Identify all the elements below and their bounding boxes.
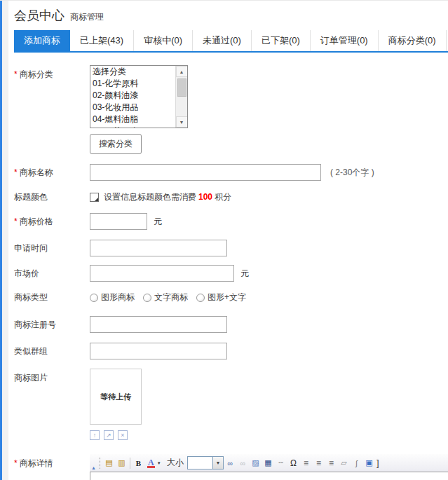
required-marker: * xyxy=(14,458,18,468)
image-upload-actions: ↑ ↗ × xyxy=(90,430,142,440)
font-size-label: 大小 xyxy=(167,457,184,469)
tab-in-review[interactable]: 审核中(0) xyxy=(134,30,193,51)
radio-icon[interactable] xyxy=(196,294,205,302)
tab-rejected[interactable]: 未通过(0) xyxy=(193,30,252,51)
align-right-icon[interactable]: ≡ xyxy=(325,457,337,469)
detail-label: *商标详情 xyxy=(14,454,90,469)
upload-icon[interactable]: ↑ xyxy=(90,430,100,440)
row-market-price: 市场价 元 xyxy=(14,265,448,282)
page-header: 会员中心 商标管理 xyxy=(14,1,448,24)
category-option[interactable]: 02-颜料油漆 xyxy=(90,90,175,102)
media-icon[interactable]: ▦ xyxy=(262,457,274,469)
price-input[interactable] xyxy=(90,213,147,230)
name-label: *商标名称 xyxy=(14,167,90,179)
align-center-icon[interactable]: ≡ xyxy=(313,457,325,469)
row-type: 商标类型 图形商标 文字商标 图形+文字 xyxy=(14,292,448,303)
row-detail: *商标详情 ▲ ▤ ▥ B A ▾ 大小 ▼ ∞ ∞ ▨ ▦ ╌ xyxy=(14,454,448,480)
font-color-caret-icon[interactable]: ▾ xyxy=(158,460,163,466)
type-label: 商标类型 xyxy=(14,292,90,303)
member-center-panel: 会员中心 商标管理 添加商标 已上架(43) 审核中(0) 未通过(0) 已下架… xyxy=(8,1,448,480)
tab-listed[interactable]: 已上架(43) xyxy=(70,30,134,51)
image-icon[interactable]: ▨ xyxy=(250,457,262,469)
toolbar-end-bracket: ] xyxy=(376,458,379,468)
reg-number-label: 商标注册号 xyxy=(14,319,90,331)
market-price-input[interactable] xyxy=(90,265,234,282)
image-label: 商标图片 xyxy=(14,369,90,384)
title-color-checkbox[interactable] xyxy=(90,193,99,202)
price-label: *商标价格 xyxy=(14,216,90,228)
toolbar-collapse-icon[interactable]: ▲ xyxy=(91,465,96,472)
row-similar-group: 类似群组 xyxy=(14,343,448,359)
paste-icon[interactable]: ▤ xyxy=(103,457,115,469)
row-price: *商标价格 元 xyxy=(14,213,448,230)
row-title-color: 标题颜色 设置信息标题颜色需消费100积分 xyxy=(14,191,448,203)
similar-group-input[interactable] xyxy=(90,343,227,359)
market-price-unit: 元 xyxy=(240,268,249,280)
category-label: *商标分类 xyxy=(14,65,90,81)
reg-number-input[interactable] xyxy=(90,316,227,333)
similar-group-label: 类似群组 xyxy=(14,345,90,357)
scroll-down-icon[interactable]: ▼ xyxy=(176,116,188,128)
category-option[interactable]: 04-燃料油脂 xyxy=(90,114,175,125)
radio-icon[interactable] xyxy=(143,294,151,302)
bold-icon[interactable]: B xyxy=(133,457,144,469)
type-option-graphic[interactable]: 图形商标 xyxy=(90,292,135,303)
scrollbar-thumb[interactable] xyxy=(177,78,186,97)
paste-word-icon[interactable]: ▥ xyxy=(116,457,128,469)
special-char-icon[interactable]: Ω xyxy=(287,457,299,469)
image-upload-box[interactable]: 等待上传 xyxy=(90,369,142,425)
category-option[interactable]: 选择分类 xyxy=(90,66,175,78)
tab-bar: 添加商标 已上架(43) 审核中(0) 未通过(0) 已下架(0) 订单管理(0… xyxy=(14,30,448,53)
hr-icon[interactable]: ╌ xyxy=(275,457,287,469)
select-caret-icon[interactable]: ▼ xyxy=(212,457,223,469)
editor-toolbar: ▲ ▤ ▥ B A ▾ 大小 ▼ ∞ ∞ ▨ ▦ ╌ Ω ≡ ≡ ≡ xyxy=(90,454,448,472)
category-option[interactable]: 01-化学原料 xyxy=(90,78,175,90)
page-title: 会员中心 xyxy=(14,7,65,24)
type-option-text[interactable]: 文字商标 xyxy=(143,292,188,303)
radio-icon[interactable] xyxy=(90,294,98,302)
preview-icon[interactable]: ↗ xyxy=(104,430,114,440)
tab-categories[interactable]: 商标分类(0) xyxy=(379,30,447,51)
required-marker: * xyxy=(14,167,18,177)
apply-time-input[interactable] xyxy=(90,240,227,256)
required-marker: * xyxy=(14,217,18,226)
name-input[interactable] xyxy=(90,164,321,181)
row-category: *商标分类 选择分类 01-化学原料 02-颜料油漆 03-化妆用品 04-燃料… xyxy=(14,65,448,154)
eraser-icon[interactable]: ▱ xyxy=(338,457,350,469)
font-size-select[interactable]: ▼ xyxy=(187,456,224,469)
tab-add-trademark[interactable]: 添加商标 xyxy=(14,30,70,51)
row-reg-number: 商标注册号 xyxy=(14,316,448,333)
editor-content-area[interactable] xyxy=(90,472,448,480)
attachment-icon[interactable]: ʃ xyxy=(351,457,362,469)
rich-text-editor: ▲ ▤ ▥ B A ▾ 大小 ▼ ∞ ∞ ▨ ▦ ╌ Ω ≡ ≡ ≡ xyxy=(90,454,448,480)
unlink-icon[interactable]: ∞ xyxy=(237,457,249,469)
search-category-button[interactable]: 搜索分类 xyxy=(90,134,142,154)
row-apply-time: 申请时间 xyxy=(14,240,448,256)
align-left-icon[interactable]: ≡ xyxy=(300,457,312,469)
link-icon[interactable]: ∞ xyxy=(224,457,236,469)
page-subtitle: 商标管理 xyxy=(70,11,104,23)
required-marker: * xyxy=(14,69,18,79)
tab-delisted[interactable]: 已下架(0) xyxy=(252,30,311,51)
points-cost: 100 xyxy=(198,192,212,202)
title-color-label: 标题颜色 xyxy=(14,191,90,203)
category-option[interactable]: 03-化妆用品 xyxy=(90,102,175,114)
toolbar-grip xyxy=(100,458,100,469)
category-option[interactable]: 05-医药卫生 xyxy=(90,125,175,128)
apply-time-label: 申请时间 xyxy=(14,242,90,254)
listbox-scrollbar[interactable]: ▲ ▼ xyxy=(175,66,187,128)
category-listbox[interactable]: 选择分类 01-化学原料 02-颜料油漆 03-化妆用品 04-燃料油脂 05-… xyxy=(90,65,188,128)
tab-orders[interactable]: 订单管理(0) xyxy=(311,30,379,51)
scroll-up-icon[interactable]: ▲ xyxy=(176,66,188,77)
upload-placeholder: 等待上传 xyxy=(100,392,131,402)
left-gutter xyxy=(2,1,8,480)
type-option-graphic-text[interactable]: 图形+文字 xyxy=(196,292,246,303)
name-hint: ( 2-30个字 ) xyxy=(330,167,374,179)
source-icon[interactable]: ▣ xyxy=(363,457,375,469)
row-image: 商标图片 等待上传 ↑ ↗ × xyxy=(14,369,448,440)
market-price-label: 市场价 xyxy=(14,268,90,280)
font-color-icon[interactable]: A xyxy=(145,457,157,469)
remove-icon[interactable]: × xyxy=(118,430,128,440)
price-unit: 元 xyxy=(154,216,162,228)
row-name: *商标名称 ( 2-30个字 ) xyxy=(14,164,448,181)
